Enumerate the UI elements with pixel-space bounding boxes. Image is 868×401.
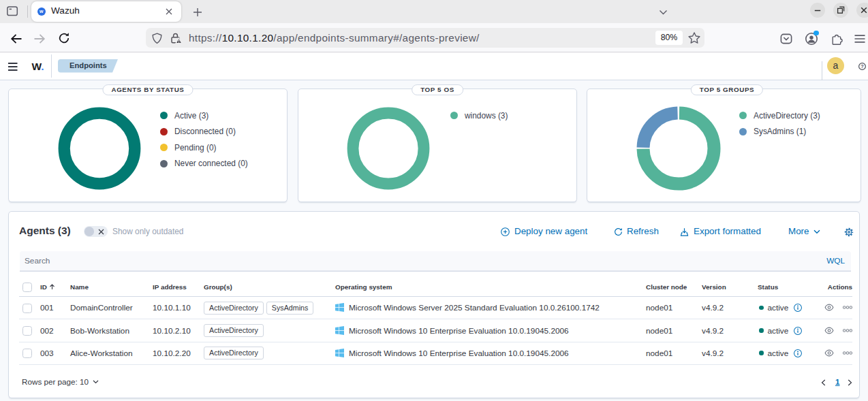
svg-text:?: ?	[861, 63, 864, 69]
